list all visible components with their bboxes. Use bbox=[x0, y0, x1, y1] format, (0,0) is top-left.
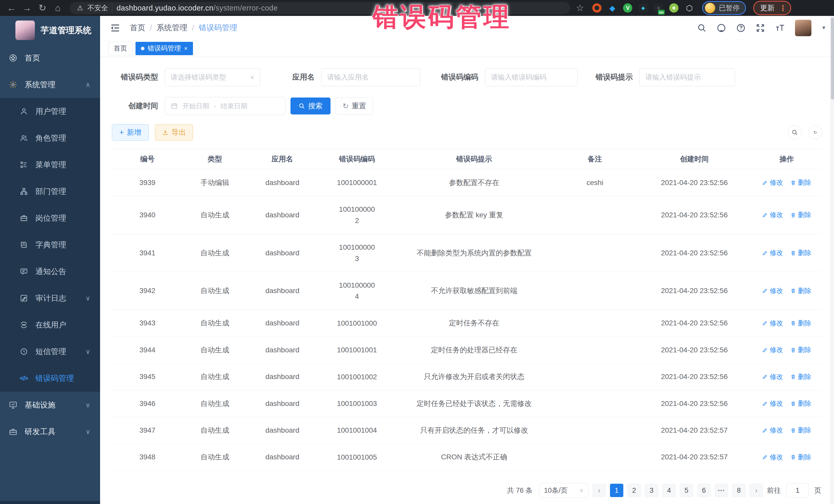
sidebar-item-audit-log[interactable]: 审计日志 ∨ bbox=[0, 285, 100, 311]
sidebar-logo[interactable]: 芋道管理系统 bbox=[0, 16, 100, 45]
extension-on-icon[interactable]: ≡on bbox=[654, 3, 663, 13]
cell-type: 自动生成 bbox=[183, 278, 247, 303]
error-msg-input[interactable] bbox=[639, 68, 735, 86]
sidebar-item-online-users[interactable]: 在线用户 bbox=[0, 311, 100, 338]
fullscreen-icon[interactable] bbox=[755, 23, 765, 33]
org-tree-icon bbox=[19, 187, 29, 196]
error-type-select[interactable]: 请选择错误码类型 ∨ bbox=[165, 68, 260, 86]
breadcrumb-system[interactable]: 系统管理 bbox=[156, 23, 187, 33]
search-icon bbox=[299, 103, 305, 109]
close-tab-icon[interactable]: × bbox=[184, 45, 188, 51]
announcement-icon bbox=[19, 267, 29, 276]
cell-message: 定时任务的处理器已经存在 bbox=[396, 337, 552, 363]
error-code-input[interactable] bbox=[485, 68, 577, 86]
more-pages-button[interactable]: ••• bbox=[715, 484, 728, 497]
delete-link[interactable]: 删除 bbox=[790, 248, 811, 257]
sidebar-item-users[interactable]: 用户管理 bbox=[0, 98, 100, 125]
sidebar-item-posts[interactable]: 岗位管理 bbox=[0, 205, 100, 232]
browser-home-button[interactable]: ⌂ bbox=[51, 1, 65, 15]
scrollbar-thumb[interactable] bbox=[831, 18, 834, 100]
delete-link[interactable]: 删除 bbox=[790, 426, 811, 435]
extension-grid-icon[interactable]: ◆ bbox=[638, 3, 648, 13]
sidebar-item-system[interactable]: 系统管理 ∧ bbox=[0, 71, 100, 98]
date-range-picker[interactable]: 开始日期 - 结束日期 bbox=[165, 97, 285, 115]
extensions-puzzle-icon[interactable]: ⬡ bbox=[685, 3, 694, 13]
browser-back-button[interactable]: ← bbox=[5, 1, 19, 15]
avatar-caret-icon[interactable]: ▼ bbox=[821, 25, 826, 31]
show-search-button[interactable] bbox=[788, 126, 802, 139]
sidebar-item-notices[interactable]: 通知公告 bbox=[0, 258, 100, 285]
sidebar-item-error-code[interactable]: </> 错误码管理 bbox=[0, 365, 100, 392]
page-button-8[interactable]: 8 bbox=[732, 484, 745, 497]
delete-link[interactable]: 删除 bbox=[790, 178, 811, 187]
page-button-2[interactable]: 2 bbox=[628, 484, 641, 497]
page-scrollbar[interactable] bbox=[830, 16, 834, 504]
edit-link[interactable]: 修改 bbox=[762, 426, 783, 435]
extension-key-icon[interactable] bbox=[669, 3, 679, 13]
reset-button[interactable]: ↻ 重置 bbox=[336, 97, 373, 114]
add-button[interactable]: + 新增 bbox=[112, 124, 149, 140]
collapse-sidebar-icon[interactable] bbox=[109, 22, 121, 34]
edit-link[interactable]: 修改 bbox=[762, 372, 783, 381]
next-page-button[interactable]: › bbox=[750, 484, 763, 497]
sidebar-item-dictionary[interactable]: 字典管理 bbox=[0, 232, 100, 258]
prev-page-button[interactable]: ‹ bbox=[593, 484, 606, 497]
browser-profile-button[interactable]: 已暂停 bbox=[702, 1, 746, 15]
refresh-table-button[interactable]: ↻ bbox=[808, 126, 822, 139]
chevron-up-icon: ∧ bbox=[85, 81, 90, 89]
browser-reload-button[interactable]: ↻ bbox=[36, 1, 49, 15]
bookmark-star-icon[interactable]: ☆ bbox=[576, 3, 584, 13]
export-button[interactable]: 导出 bbox=[155, 124, 193, 140]
page-button-6[interactable]: 6 bbox=[697, 484, 710, 497]
browser-forward-button[interactable]: → bbox=[20, 1, 34, 15]
tab-home[interactable]: 首页 bbox=[108, 42, 132, 55]
chevron-down-icon: ∨ bbox=[85, 401, 90, 409]
edit-link[interactable]: 修改 bbox=[762, 399, 783, 408]
edit-link[interactable]: 修改 bbox=[762, 248, 783, 257]
edit-link[interactable]: 修改 bbox=[762, 319, 783, 328]
delete-link[interactable]: 删除 bbox=[790, 453, 811, 462]
user-avatar[interactable] bbox=[795, 20, 811, 36]
edit-link[interactable]: 修改 bbox=[762, 453, 783, 462]
delete-link[interactable]: 删除 bbox=[790, 286, 811, 295]
sidebar-item-infrastructure[interactable]: 基础设施 ∨ bbox=[0, 392, 100, 418]
github-icon[interactable] bbox=[717, 23, 726, 33]
page-size-select[interactable]: 10条/页 ∨ bbox=[539, 483, 588, 498]
edit-link[interactable]: 修改 bbox=[762, 286, 783, 295]
page-button-3[interactable]: 3 bbox=[645, 484, 658, 497]
edit-link[interactable]: 修改 bbox=[762, 178, 783, 187]
delete-link[interactable]: 删除 bbox=[790, 399, 811, 408]
search-button[interactable]: 搜索 bbox=[290, 97, 331, 114]
help-icon[interactable] bbox=[736, 23, 746, 33]
delete-link[interactable]: 删除 bbox=[790, 319, 811, 328]
sidebar-item-devtools[interactable]: 研发工具 ∨ bbox=[0, 418, 100, 445]
cell-type: 自动生成 bbox=[183, 202, 247, 227]
cell-code: 1001001005 bbox=[318, 444, 396, 470]
delete-label: 删除 bbox=[798, 399, 811, 408]
browser-update-button[interactable]: 更新 ⋮ bbox=[753, 1, 791, 15]
delete-link[interactable]: 删除 bbox=[790, 372, 811, 381]
sidebar-item-menus[interactable]: 菜单管理 bbox=[0, 151, 100, 178]
sidebar-item-departments[interactable]: 部门管理 bbox=[0, 178, 100, 205]
sidebar-item-sms[interactable]: 短信管理 ∨ bbox=[0, 338, 100, 365]
sidebar-item-roles[interactable]: 角色管理 bbox=[0, 125, 100, 151]
page-button-4[interactable]: 4 bbox=[662, 484, 676, 497]
browser-menu-kebab-icon[interactable]: ⋮ bbox=[779, 4, 787, 13]
tab-error-code[interactable]: 错误码管理 × bbox=[135, 42, 193, 55]
edit-link[interactable]: 修改 bbox=[762, 345, 783, 354]
page-button-1[interactable]: 1 bbox=[610, 484, 623, 497]
search-icon[interactable] bbox=[697, 23, 707, 33]
delete-link[interactable]: 删除 bbox=[790, 211, 811, 219]
goto-page-input[interactable] bbox=[787, 483, 809, 498]
delete-link[interactable]: 删除 bbox=[790, 345, 811, 354]
app-name-input[interactable] bbox=[321, 68, 420, 86]
breadcrumb-home[interactable]: 首页 bbox=[130, 23, 145, 33]
page-button-5[interactable]: 5 bbox=[680, 484, 693, 497]
extension-v-icon[interactable]: V bbox=[623, 3, 632, 13]
sidebar-item-home[interactable]: 首页 bbox=[0, 45, 100, 71]
extension-gem-icon[interactable]: ◆ bbox=[608, 3, 617, 13]
edit-link[interactable]: 修改 bbox=[762, 211, 783, 219]
cell-remark bbox=[552, 315, 637, 331]
extension-ubuntu-icon[interactable] bbox=[592, 3, 601, 13]
font-size-icon[interactable] bbox=[775, 23, 785, 33]
